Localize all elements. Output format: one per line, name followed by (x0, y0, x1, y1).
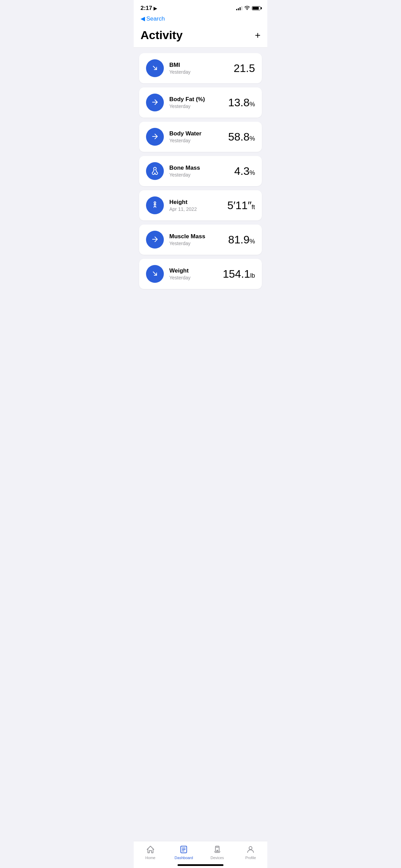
add-button[interactable]: + (255, 31, 260, 40)
back-label: Search (146, 15, 165, 22)
back-link[interactable]: ◀ Search (141, 15, 260, 22)
bmi-icon (151, 64, 159, 73)
height-date: Apr 11, 2022 (169, 206, 197, 212)
weight-value: 154.1lb (223, 268, 255, 280)
battery-icon (252, 6, 260, 10)
status-bar: 2:17 ▶ (134, 0, 267, 14)
metric-card-weight[interactable]: Weight Yesterday 154.1lb (139, 259, 262, 289)
weight-name: Weight (169, 267, 191, 274)
metric-card-bmi[interactable]: BMI Yesterday 21.5 (139, 53, 262, 83)
bone-mass-date: Yesterday (169, 172, 200, 178)
muscle-mass-name: Muscle Mass (169, 233, 205, 240)
signal-icon (236, 6, 242, 10)
bmi-value: 21.5 (234, 62, 255, 75)
status-left: 2:17 ▶ (141, 5, 157, 12)
page-title: Activity (141, 28, 183, 42)
body-water-name: Body Water (169, 130, 202, 137)
metrics-list: BMI Yesterday 21.5 Body Fat (% (134, 53, 267, 327)
body-fat-value: 13.8% (228, 96, 255, 109)
muscle-mass-icon (151, 235, 159, 244)
weight-icon-circle (146, 265, 164, 283)
weight-date: Yesterday (169, 275, 191, 280)
svg-line-1 (153, 66, 157, 70)
back-arrow-icon: ◀ (141, 15, 145, 22)
nav-header: ◀ Search (134, 14, 267, 26)
height-icon (151, 201, 159, 210)
bone-mass-icon (151, 167, 159, 176)
bmi-name: BMI (169, 62, 191, 69)
height-icon-circle (146, 196, 164, 214)
muscle-mass-date: Yesterday (169, 241, 205, 246)
svg-line-6 (153, 272, 157, 275)
metric-card-body-water[interactable]: Body Water Yesterday 58.8% (139, 122, 262, 152)
body-fat-icon (151, 98, 159, 107)
metric-card-bone-mass[interactable]: Bone Mass Yesterday 4.3% (139, 156, 262, 186)
svg-point-0 (247, 9, 247, 10)
weight-icon (151, 269, 159, 279)
bmi-icon-circle (146, 59, 164, 77)
body-fat-icon-circle (146, 94, 164, 111)
status-time: 2:17 (141, 5, 152, 12)
bmi-date: Yesterday (169, 69, 191, 75)
metric-card-muscle-mass[interactable]: Muscle Mass Yesterday 81.9% (139, 225, 262, 255)
muscle-mass-icon-circle (146, 231, 164, 249)
body-water-value: 58.8% (228, 131, 255, 143)
location-icon: ▶ (154, 5, 157, 11)
muscle-mass-value: 81.9% (228, 233, 255, 246)
status-right (236, 6, 260, 11)
body-fat-name: Body Fat (%) (169, 96, 205, 103)
svg-point-4 (154, 202, 156, 203)
metric-card-body-fat[interactable]: Body Fat (%) Yesterday 13.8% (139, 87, 262, 118)
bone-mass-icon-circle (146, 162, 164, 180)
bone-mass-value: 4.3% (234, 165, 255, 178)
body-fat-date: Yesterday (169, 104, 205, 109)
body-water-date: Yesterday (169, 138, 202, 143)
body-water-icon-circle (146, 128, 164, 146)
height-value: 5′11″ft (227, 199, 255, 212)
body-water-icon (151, 132, 159, 142)
wifi-icon (244, 6, 250, 11)
height-name: Height (169, 199, 197, 206)
content-area: BMI Yesterday 21.5 Body Fat (% (134, 48, 267, 333)
bone-mass-name: Bone Mass (169, 165, 200, 171)
metric-card-height[interactable]: Height Apr 11, 2022 5′11″ft (139, 190, 262, 220)
page-header: Activity + (134, 26, 267, 48)
